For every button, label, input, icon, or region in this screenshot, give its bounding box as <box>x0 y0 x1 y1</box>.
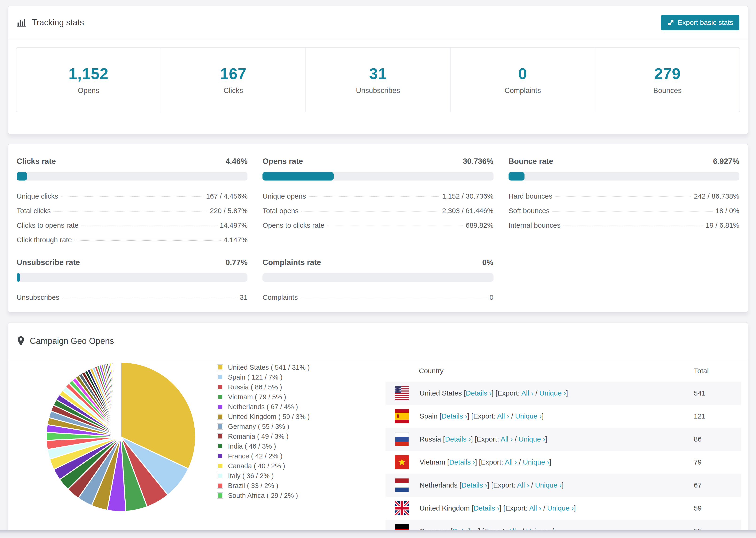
bottom-scrollbar-strip[interactable] <box>0 530 756 538</box>
metric-row: Complaints0 <box>262 290 493 305</box>
legend-color-swatch <box>217 473 223 479</box>
progress-track <box>17 172 247 181</box>
export-all-link[interactable]: All › <box>505 458 517 466</box>
legend-label: Germany ( 55 / 3% ) <box>228 423 289 430</box>
metric-value: 167 / 4.456% <box>206 192 248 200</box>
rate-panel-opens-rate: Opens rate30.736%Unique opens1,152 / 30.… <box>262 157 493 247</box>
slash-separator: / <box>517 458 523 466</box>
export-all-link[interactable]: All › <box>501 435 513 443</box>
rate-head: Complaints rate0% <box>262 258 493 267</box>
es-flag-icon <box>395 409 409 423</box>
export-button-label: Export basic stats <box>677 19 733 27</box>
stat-label: Complaints <box>505 86 541 95</box>
export-all-link[interactable]: All › <box>517 481 529 489</box>
export-unique-link[interactable]: Unique › <box>515 412 542 420</box>
bracket: ] <box>467 412 471 420</box>
export-all-link[interactable]: All › <box>529 504 541 512</box>
rate-title: Unsubscribe rate <box>17 258 80 267</box>
legend-label: United States ( 541 / 31% ) <box>228 364 310 371</box>
dotted-leader <box>62 297 237 298</box>
metric-row: Unique clicks167 / 4.456% <box>17 189 247 203</box>
country-cell: Spain [Details ›] [Export: All › / Uniqu… <box>419 412 544 420</box>
rate-panel-complaints-rate: Complaints rate0%Complaints0 <box>262 258 493 305</box>
metric-value: 2,303 / 61.446% <box>442 207 494 215</box>
country-cell: Netherlands [Details ›] [Export: All › /… <box>419 481 564 489</box>
export-label: [Export: <box>475 435 501 443</box>
metric-row: Total clicks220 / 5.87% <box>17 203 247 218</box>
legend-label: Romania ( 49 / 3% ) <box>228 433 289 440</box>
metric-value: 14.497% <box>220 221 247 229</box>
metric-label: Clicks to opens rate <box>17 221 79 229</box>
bracket: ] <box>471 435 475 443</box>
details-link[interactable]: Details › <box>445 435 471 443</box>
country-cell: United States [Details ›] [Export: All ›… <box>419 389 568 397</box>
tracking-stats-card: Tracking stats Export basic stats 1,152O… <box>8 6 748 134</box>
details-link[interactable]: Details › <box>466 389 492 397</box>
total-cell: 86 <box>694 435 702 443</box>
details-link[interactable]: Details › <box>461 481 487 489</box>
metric-list: Hard bounces242 / 86.738%Soft bounces18 … <box>509 189 739 233</box>
legend-item: Romania ( 49 / 3% ) <box>217 433 310 440</box>
legend-label: Canada ( 40 / 2% ) <box>228 462 285 470</box>
metric-value: 689.82% <box>465 221 493 229</box>
stat-label: Bounces <box>653 86 682 95</box>
legend-color-swatch <box>217 384 223 390</box>
rate-title: Opens rate <box>262 157 303 166</box>
stat-label: Unsubscribes <box>356 86 400 95</box>
pie-chart-legend: United States ( 541 / 31% )Spain ( 121 /… <box>217 364 310 502</box>
export-unique-link[interactable]: Unique › <box>535 481 562 489</box>
dotted-leader <box>81 226 217 226</box>
bracket: ] <box>562 481 564 489</box>
geo-header: Campaign Geo Opens <box>8 323 748 360</box>
export-label: [Export: <box>491 481 517 489</box>
legend-label: Italy ( 36 / 2% ) <box>228 472 274 480</box>
export-unique-link[interactable]: Unique › <box>539 389 566 397</box>
rate-head: Unsubscribe rate0.77% <box>17 258 247 267</box>
us-flag-icon <box>395 386 409 400</box>
geo-opens-table: Country Total United States [Details ›] … <box>386 360 741 538</box>
dotted-leader <box>327 226 463 226</box>
progress-fill <box>17 172 27 181</box>
details-link[interactable]: Details › <box>449 458 475 466</box>
export-unique-link[interactable]: Unique › <box>519 435 545 443</box>
rate-value: 0.77% <box>226 258 248 267</box>
legend-color-swatch <box>217 453 223 459</box>
legend-color-swatch <box>217 463 223 469</box>
metric-label: Unsubscribes <box>17 294 59 301</box>
export-basic-stats-button[interactable]: Export basic stats <box>661 15 739 30</box>
nl-flag-icon <box>395 478 409 492</box>
metric-list: Unsubscribes31 <box>17 290 247 305</box>
metric-label: Total clicks <box>17 207 51 215</box>
stat-value: 0 <box>518 65 527 82</box>
metric-value: 19 / 6.81% <box>706 221 739 229</box>
pie-slice-other[interactable] <box>121 362 121 437</box>
bracket: ] <box>499 504 503 512</box>
details-link[interactable]: Details › <box>441 412 467 420</box>
country-name: United States <box>419 389 464 397</box>
export-unique-link[interactable]: Unique › <box>547 504 574 512</box>
legend-color-swatch <box>217 423 223 430</box>
progress-track <box>262 273 493 282</box>
rate-value: 4.46% <box>226 157 248 166</box>
export-label: [Export: <box>471 412 497 420</box>
legend-item: United Kingdom ( 59 / 3% ) <box>217 413 310 420</box>
export-unique-link[interactable]: Unique › <box>523 458 549 466</box>
column-header-country: Country <box>419 367 444 375</box>
export-all-link[interactable]: All › <box>497 412 509 420</box>
slash-separator: / <box>509 412 515 420</box>
bracket: ] <box>492 389 496 397</box>
legend-item: Netherlands ( 67 / 4% ) <box>217 403 310 410</box>
dotted-leader <box>75 240 221 241</box>
metric-row: Soft bounces18 / 0% <box>509 203 739 218</box>
export-all-link[interactable]: All › <box>521 389 534 397</box>
geo-content: United States ( 541 / 31% )Spain ( 121 /… <box>8 360 748 538</box>
legend-item: Canada ( 40 / 2% ) <box>217 462 310 469</box>
stat-value: 31 <box>369 65 387 82</box>
legend-color-swatch <box>217 413 223 420</box>
dotted-leader <box>301 211 439 211</box>
metric-value: 31 <box>240 294 247 301</box>
dotted-leader <box>309 196 439 197</box>
page-title: Tracking stats <box>32 18 84 27</box>
details-link[interactable]: Details › <box>473 504 499 512</box>
campaign-geo-opens-card: Campaign Geo Opens United States ( 541 /… <box>8 322 748 538</box>
